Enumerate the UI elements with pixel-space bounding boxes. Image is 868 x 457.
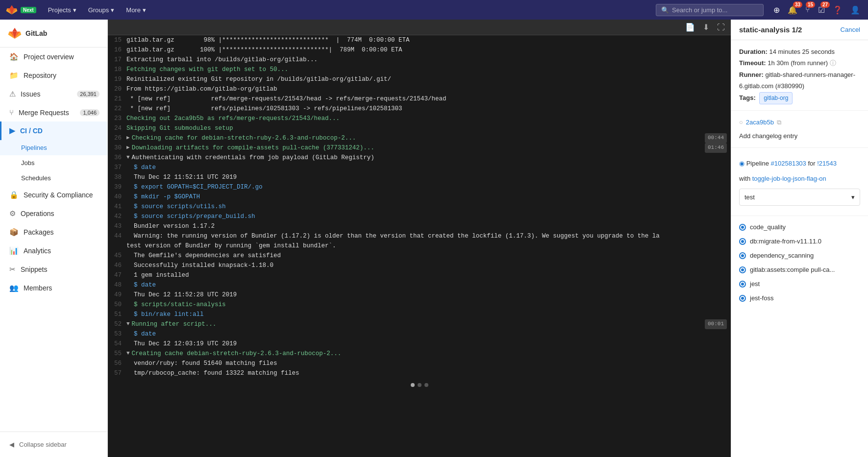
job-name: jest-foss	[750, 294, 773, 302]
sidebar-item-project-overview[interactable]: 🏠 Project overview	[0, 48, 107, 66]
sidebar-item-members[interactable]: 👥 Members	[0, 279, 107, 297]
terminal-line: 47 1 gem installed	[108, 270, 731, 280]
job-item[interactable]: jest-foss	[731, 291, 868, 305]
terminal-line: 24 Skipping Git submodules setup	[108, 123, 731, 133]
pipeline-label: Pipeline	[746, 160, 769, 167]
chevron-down-icon: ▾	[73, 6, 76, 14]
terminal-collapsible-row[interactable]: 36 ▼ Authenticating with credentials fro…	[108, 153, 731, 163]
collapse-right-icon: ▶	[126, 144, 130, 152]
sidebar-item-snippets[interactable]: ✂ Snippets	[0, 260, 107, 279]
terminal-line: 15 gitlab.tar.gz 98% |******************…	[108, 35, 731, 45]
bell-btn-container: 🔔 33	[786, 3, 799, 17]
job-item[interactable]: jest	[731, 277, 868, 291]
cancel-button[interactable]: Cancel	[841, 26, 860, 33]
security-icon: 🔒	[9, 191, 19, 199]
sidebar-item-operations[interactable]: ⚙ Operations	[0, 204, 107, 223]
terminal-line: 43 Bundler version 1.17.2	[108, 221, 731, 231]
terminal-line: 39 $ export GOPATH=$CI_PROJECT_DIR/.go	[108, 182, 731, 192]
rp-title: static-analysis 1/2	[739, 25, 802, 34]
right-panel: static-analysis 1/2 Cancel Duration: 14 …	[731, 20, 868, 457]
job-name: code_quality	[750, 223, 786, 231]
terminal-line: 17 Extracting tarball into /builds/gitla…	[108, 55, 731, 65]
copy-icon[interactable]: ⧉	[777, 117, 781, 128]
fullscreen-button[interactable]: ⛶	[715, 22, 727, 33]
sidebar-sub-item-pipelines[interactable]: Pipelines	[0, 140, 107, 155]
mr-count: 15	[806, 1, 815, 8]
terminal-line: 23 Checking out 2aca9b5b as refs/merge-r…	[108, 114, 731, 123]
sidebar-sub-item-schedules[interactable]: Schedules	[0, 170, 107, 186]
terminal-collapsible-row[interactable]: 30 ▶ Downloading artifacts for compile-a…	[108, 143, 731, 153]
rp-commit-section: ○ 2aca9b5b ⧉ Add changelog entry	[731, 111, 868, 148]
job-status-icon	[739, 266, 746, 273]
brand: Next	[6, 4, 36, 16]
sidebar-sub-item-jobs[interactable]: Jobs	[0, 155, 107, 170]
sidebar-header: GitLab	[0, 20, 107, 48]
home-icon: 🏠	[9, 52, 19, 61]
scroll-down-button[interactable]: ⬇	[701, 22, 711, 33]
collapse-icon: ◀	[9, 441, 14, 448]
sidebar-item-repository[interactable]: 📁 Repository	[0, 66, 107, 85]
dot-3[interactable]	[424, 383, 428, 387]
nav-projects[interactable]: Projects ▾	[44, 4, 80, 16]
terminal-collapsible-row[interactable]: 55 ▼ Creating cache debian-stretch-ruby-…	[108, 349, 731, 359]
timeout-info-icon[interactable]: ⓘ	[830, 59, 836, 67]
dot-2[interactable]	[418, 383, 422, 387]
mr-id-link[interactable]: !21543	[817, 160, 837, 167]
collapse-sidebar-button[interactable]: ◀ Collapse sidebar	[0, 436, 107, 453]
time-badge: 01:46	[705, 143, 727, 153]
terminal-line: 57 tmp/rubocop_cache: found 13322 matchi…	[108, 368, 731, 378]
search-placeholder: Search or jump to...	[672, 6, 727, 14]
terminal-line: 53 $ date	[108, 329, 731, 339]
job-item[interactable]: gitlab:assets:compile pull-ca...	[731, 263, 868, 277]
raw-log-button[interactable]: 📄	[683, 22, 697, 33]
job-status-icon	[739, 238, 746, 245]
rp-duration-section: Duration: 14 minutes 25 seconds Timeout:…	[731, 40, 868, 111]
sidebar-item-ci-cd[interactable]: ▶ CI / CD	[0, 121, 107, 140]
rp-header: static-analysis 1/2 Cancel	[731, 20, 868, 40]
sidebar-item-merge-requests[interactable]: ⑂ Merge Requests 1,046	[0, 103, 107, 121]
packages-icon: 📦	[9, 228, 19, 237]
analytics-icon: 📊	[9, 246, 19, 255]
terminal-line: 21 * [new ref] refs/merge-requests/21543…	[108, 94, 731, 104]
snippets-icon: ✂	[9, 265, 16, 274]
sidebar-item-analytics[interactable]: 📊 Analytics	[0, 241, 107, 260]
job-item[interactable]: code_quality	[731, 220, 868, 234]
commit-hash-link[interactable]: 2aca9b5b	[746, 117, 774, 128]
terminal-line: 50 $ scripts/static-analysis	[108, 300, 731, 310]
nav-groups[interactable]: Groups ▾	[84, 4, 119, 16]
help-button[interactable]: ❓	[831, 3, 844, 17]
job-status-icon	[739, 295, 746, 302]
time-badge: 00:01	[705, 319, 727, 329]
sidebar-bottom: ◀ Collapse sidebar	[0, 432, 107, 457]
chevron-down-icon: ▾	[143, 6, 146, 14]
terminal-collapsible-row[interactable]: 52 ▼ Running after script... 00:01	[108, 319, 731, 329]
job-status-icon	[739, 281, 746, 288]
todo-btn-container: ☑ 27	[816, 3, 827, 17]
terminal-line: 22 * [new ref] refs/pipelines/102581303 …	[108, 104, 731, 114]
terminal-line: 20 From https://gitlab.com/gitlab-org/gi…	[108, 84, 731, 94]
job-item[interactable]: dependency_scanning	[731, 248, 868, 263]
carousel-dots	[108, 378, 731, 392]
user-avatar-button[interactable]: 👤	[848, 3, 862, 17]
terminal-line: 38 Thu Dec 12 11:52:11 UTC 2019	[108, 172, 731, 182]
stage-dropdown[interactable]: test ▾	[739, 189, 860, 206]
job-item[interactable]: db:migrate-from-v11.11.0	[731, 234, 868, 248]
plus-btn-container: ⊕	[771, 3, 782, 17]
terminal-line: 40 $ mkdir -p $GOPATH	[108, 192, 731, 202]
sidebar-item-security-compliance[interactable]: 🔒 Security & Compliance	[0, 186, 107, 204]
pipeline-flag-link[interactable]: toggle-job-log-json-flag-on	[752, 175, 826, 182]
nav-more[interactable]: More ▾	[122, 4, 150, 16]
pipeline-row: ◉ Pipeline #102581303 for !21543	[739, 158, 860, 169]
sidebar-item-packages[interactable]: 📦 Packages	[0, 223, 107, 241]
terminal-line: 44 Warning: the running version of Bundl…	[108, 231, 731, 251]
dot-1[interactable]	[411, 383, 415, 387]
bell-count: 33	[793, 1, 802, 8]
commit-icon: ○	[739, 117, 743, 128]
plus-button[interactable]: ⊕	[771, 3, 782, 17]
search-bar[interactable]: 🔍 Search or jump to...	[656, 4, 764, 16]
terminal-collapsible-row[interactable]: 26 ▶ Checking cache for debian-stretch-r…	[108, 133, 731, 143]
sidebar-item-issues[interactable]: ⚠ Issues 26,391	[0, 85, 107, 103]
terminal-line: 16 gitlab.tar.gz 100% |*****************…	[108, 45, 731, 55]
terminal-output[interactable]: 📄 ⬇ ⛶ 15 gitlab.tar.gz 98% |************…	[108, 20, 731, 457]
pipeline-id-link[interactable]: #102581303	[771, 160, 806, 167]
